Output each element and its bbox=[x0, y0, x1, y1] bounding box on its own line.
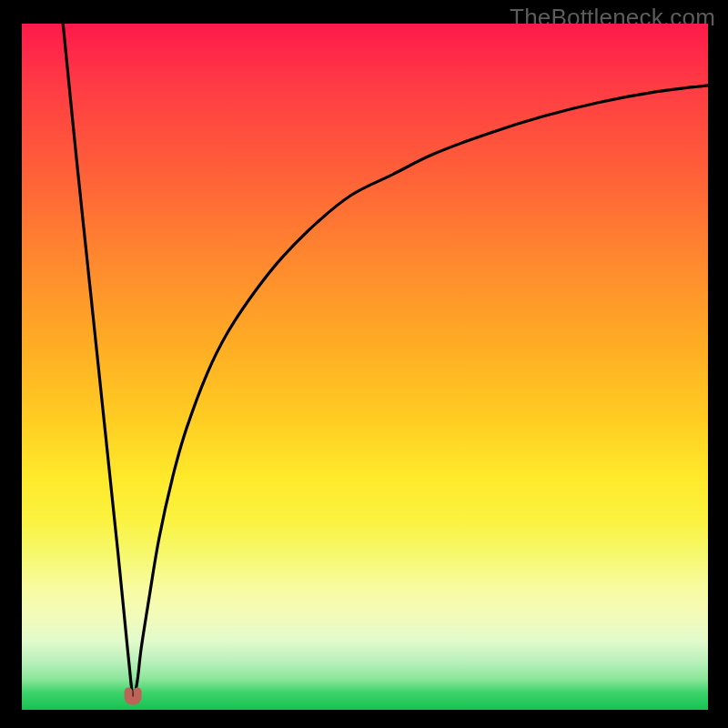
plot-area bbox=[22, 24, 708, 710]
curve-path bbox=[63, 24, 708, 697]
bottleneck-curve bbox=[22, 24, 708, 710]
chart-stage: TheBottleneck.com bbox=[0, 0, 728, 728]
